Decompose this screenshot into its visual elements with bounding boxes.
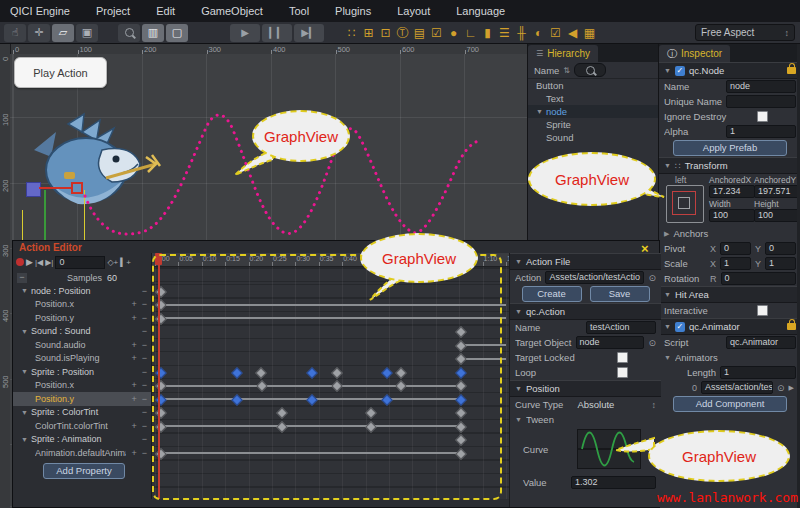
script-input[interactable]: qc.Animator	[726, 336, 796, 349]
create-sprite-icon[interactable]: ⊡	[377, 24, 394, 42]
collapse-arrow-icon[interactable]: ▼	[515, 416, 522, 423]
create-checkbox-icon[interactable]: ☑	[547, 24, 564, 42]
action-input[interactable]: Assets/action/testActio	[545, 271, 644, 284]
keyframe-diamond[interactable]	[155, 394, 166, 405]
collapse-arrow-icon[interactable]: ▼	[21, 409, 28, 416]
action-row-position-x[interactable]: Position.x+−	[13, 298, 151, 312]
create-node-icon[interactable]: ∷	[343, 24, 360, 42]
remove-icon[interactable]: −	[142, 367, 147, 377]
menu-item-gameobject[interactable]: GameObject	[201, 5, 263, 17]
collapse-arrow-icon[interactable]: ▼	[515, 385, 522, 392]
scale-y-input[interactable]: 1	[765, 257, 796, 270]
add-key-icon[interactable]: +	[131, 394, 136, 404]
component-enabled-checkbox[interactable]: ✓	[675, 66, 685, 76]
prev-key-button[interactable]: |◀	[35, 258, 43, 267]
keyframe-diamond[interactable]	[455, 434, 466, 445]
scale-x-input[interactable]: 1	[720, 257, 751, 270]
add-key-icon[interactable]: ▍+	[120, 258, 131, 267]
menu-item-edit[interactable]: Edit	[156, 5, 175, 17]
playhead-marker[interactable]	[155, 253, 162, 265]
frame-input[interactable]: 0	[55, 256, 105, 269]
lock-icon[interactable]	[787, 323, 796, 330]
anchor-preset-widget[interactable]	[666, 185, 704, 223]
apply-prefab-button[interactable]: Apply Prefab	[673, 140, 787, 156]
loop-checkbox[interactable]	[617, 367, 628, 378]
target-picker-icon[interactable]: ⊙	[777, 383, 785, 393]
move-tool-button[interactable]: ✛	[28, 24, 50, 42]
add-key-icon[interactable]: +	[131, 421, 136, 431]
target-picker-icon[interactable]: ⊙	[648, 273, 656, 283]
hierarchy-item-sound[interactable]: Sound	[528, 131, 659, 144]
add-key-icon[interactable]: +	[131, 299, 136, 309]
target-locked-checkbox[interactable]	[617, 352, 628, 363]
create-button[interactable]: Create	[522, 286, 582, 302]
panel-view-button[interactable]: ▥	[142, 24, 164, 42]
keyframe-diamond[interactable]	[155, 286, 166, 297]
ignore-destroy-checkbox[interactable]	[757, 111, 768, 122]
action-row-sound-audio[interactable]: Sound.audio+−	[13, 338, 151, 352]
qc-animator-header[interactable]: ▼ ✓ qc.Animator	[659, 318, 800, 335]
keyframe-diamond[interactable]	[331, 380, 342, 391]
tab-inspector[interactable]: ⓘ Inspector	[659, 45, 730, 62]
add-key-icon[interactable]: +	[131, 380, 136, 390]
menu-item-qici-engine[interactable]: QICI Engine	[10, 5, 70, 17]
next-key-button[interactable]: ▶|	[45, 258, 53, 267]
keyframe-diamond[interactable]	[276, 421, 287, 432]
action-file-header[interactable]: ▼ Action File	[510, 253, 661, 270]
select-cursor-button[interactable]: ▢	[166, 24, 188, 42]
remove-icon[interactable]: −	[142, 340, 147, 350]
curve-type-select[interactable]: Absolute	[577, 399, 647, 410]
sort-by-label[interactable]: Name	[534, 65, 559, 76]
remove-icon[interactable]: −	[142, 380, 147, 390]
keyframe-diamond[interactable]	[365, 407, 376, 418]
hierarchy-item-text[interactable]: Text	[528, 92, 659, 105]
rotation-input[interactable]: 0	[721, 272, 797, 285]
keyframe-diamond[interactable]	[155, 367, 166, 378]
create-text-icon[interactable]: Ⓣ	[394, 24, 411, 42]
position-header[interactable]: ▼ Position	[510, 380, 661, 397]
add-property-button[interactable]: Add Property	[43, 463, 125, 479]
keyframe-diamond[interactable]	[395, 367, 406, 378]
keyframe-diamond[interactable]	[455, 448, 466, 459]
keyframe-diamond[interactable]	[455, 394, 466, 405]
menu-item-plugins[interactable]: Plugins	[335, 5, 371, 17]
action-row-sprite-position[interactable]: ▼Sprite : Position−	[13, 365, 151, 379]
action-row-position-y[interactable]: Position.y+−	[13, 311, 151, 325]
keyframe-diamond[interactable]	[365, 421, 376, 432]
remove-icon[interactable]: −	[142, 313, 147, 323]
qc-node-header[interactable]: ▼ ✓ qc.Node	[659, 62, 800, 79]
interactive-checkbox[interactable]	[757, 305, 768, 316]
expand-arrow-icon[interactable]: ▶	[789, 384, 794, 392]
keyframe-diamond[interactable]	[455, 367, 466, 378]
target-picker-icon[interactable]: ⊙	[648, 338, 656, 348]
create-sound-icon[interactable]: ◀	[564, 24, 581, 42]
keyframe-diamond[interactable]	[255, 367, 266, 378]
value-input[interactable]: 1.302	[571, 476, 656, 489]
hierarchy-item-button[interactable]: Button	[528, 79, 659, 92]
keyframe-diamond[interactable]	[395, 380, 406, 391]
collapse-arrow-icon[interactable]: ▼	[664, 162, 671, 169]
target-object-input[interactable]: node	[576, 336, 645, 349]
action-row-sound-sound[interactable]: ▼Sound : Sound−	[13, 325, 151, 339]
play-button[interactable]: ▶	[230, 24, 260, 42]
tab-hierarchy[interactable]: ☰ Hierarchy	[528, 45, 598, 62]
keyframe-diamond[interactable]	[381, 394, 392, 405]
menu-item-language[interactable]: Language	[456, 5, 505, 17]
create-slider-icon[interactable]: ╫	[513, 24, 530, 42]
create-progress-icon[interactable]: ◐	[530, 24, 547, 42]
remove-icon[interactable]: −	[142, 326, 147, 336]
collapse-arrow-icon[interactable]: ▼	[664, 291, 671, 298]
play-animation-button[interactable]: ▶	[26, 257, 33, 267]
keyframe-diamond[interactable]	[155, 421, 166, 432]
menu-item-layout[interactable]: Layout	[397, 5, 430, 17]
keyframe-diamond[interactable]	[455, 353, 466, 364]
keyframe-diamond[interactable]	[455, 421, 466, 432]
collapse-arrow-icon[interactable]: ▼	[664, 323, 671, 330]
keyframe-diamond[interactable]	[276, 407, 287, 418]
keyframe-diamond[interactable]	[155, 380, 166, 391]
hit-area-header[interactable]: ▼ Hit Area	[659, 286, 800, 303]
keyframe-diamond[interactable]	[455, 407, 466, 418]
qc-action-header[interactable]: ▼ qc.Action	[510, 303, 661, 320]
keyframe-diamond[interactable]	[231, 367, 242, 378]
create-button-icon[interactable]: ●	[445, 24, 462, 42]
